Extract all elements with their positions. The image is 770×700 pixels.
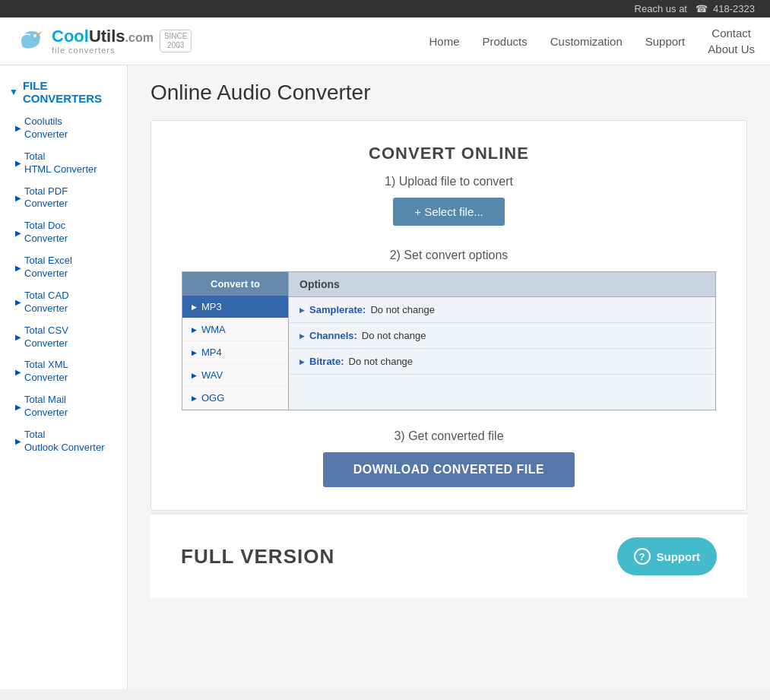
arrow-icon: ▶ [15,263,21,273]
sidebar-item-coolutils[interactable]: ▶ Coolutils Converter [0,111,127,146]
phone-number: 418-2323 [713,3,755,14]
logo-badge: SINCE 2003 [160,30,192,52]
arrow-icon: ▶ [15,158,21,168]
sidebar-item-xml[interactable]: ▶ Total XML Converter [0,354,127,389]
logo-sub: file converters [52,46,154,55]
convert-box: CONVERT ONLINE 1) Upload file to convert… [151,120,747,511]
convert-options: Convert to ▶ MP3 ▶ WMA ▶ MP4 ▶ [182,271,716,410]
play-icon: ▶ [192,372,197,379]
sidebar-item-mail[interactable]: ▶ Total Mail Converter [0,389,127,424]
sidebar-title: FILE CONVERTERS [23,79,118,105]
format-wma[interactable]: ▶ WMA [182,318,288,341]
option-samplerate[interactable]: ▶ Samplerate: Do not change [289,297,715,323]
arrow-icon: ▶ [299,332,305,340]
logo-utils: Utils [89,27,125,46]
convert-section-title: CONVERT ONLINE [182,144,716,163]
option-bitrate[interactable]: ▶ Bitrate: Do not change [289,349,715,375]
top-bar: Reach us at ☎ 418-2323 [0,0,770,17]
step3-label: 3) Get converted file [182,429,716,443]
arrow-icon: ▶ [15,123,21,133]
logo-main: CoolUtils.com [52,27,154,46]
bird-icon [15,28,46,55]
play-icon: ▶ [192,394,197,402]
format-mp4[interactable]: ▶ MP4 [182,341,288,364]
download-button[interactable]: DOWNLOAD CONVERTED FILE [323,452,575,487]
sidebar-item-outlook[interactable]: ▶ Total Outlook Converter [0,424,127,459]
format-list-header: Convert to [182,272,288,296]
support-icon: ? [634,548,651,565]
sidebar-header[interactable]: ▼ FILE CONVERTERS [0,73,127,111]
format-mp3[interactable]: ▶ MP3 [182,296,288,318]
format-ogg[interactable]: ▶ OGG [182,387,288,410]
arrow-icon: ▶ [15,332,21,342]
arrow-icon: ▶ [299,358,305,366]
sidebar: ▼ FILE CONVERTERS ▶ Coolutils Converter … [0,65,128,689]
arrow-icon: ▶ [15,297,21,307]
sidebar-item-pdf[interactable]: ▶ Total PDF Converter [0,181,127,216]
arrow-icon: ▶ [15,228,21,238]
main-layout: ▼ FILE CONVERTERS ▶ Coolutils Converter … [0,65,770,689]
chevron-down-icon: ▼ [9,87,18,97]
nav-products[interactable]: Products [483,35,528,48]
arrow-icon: ▶ [15,402,21,412]
logo-com: .com [125,31,154,44]
reach-text: Reach us at [635,3,687,14]
sidebar-item-cad[interactable]: ▶ Total CAD Converter [0,285,127,320]
play-icon: ▶ [192,303,197,311]
sidebar-item-csv[interactable]: ▶ Total CSV Converter [0,320,127,355]
sidebar-item-doc[interactable]: ▶ Total Doc Converter [0,215,127,250]
nav-contact[interactable]: Contact About Us [708,25,755,57]
select-file-button[interactable]: + Select file... [393,198,504,226]
nav-home[interactable]: Home [429,35,459,48]
nav-customization[interactable]: Customization [550,35,623,48]
logo-cool: Cool [52,27,89,46]
content-area: Online Audio Converter CONVERT ONLINE 1)… [128,65,770,689]
step1-label: 1) Upload file to convert [182,175,716,188]
sidebar-item-excel[interactable]: ▶ Total Excel Converter [0,250,127,285]
support-button[interactable]: ? Support [617,537,718,575]
sidebar-item-html[interactable]: ▶ Total HTML Converter [0,146,127,181]
page-title: Online Audio Converter [151,81,747,105]
step2-label: 2) Set convert options [182,249,716,262]
arrow-icon: ▶ [15,367,21,377]
arrow-icon: ▶ [299,306,305,314]
full-version-section: FULL VERSION ? Support [151,512,747,598]
svg-point-0 [33,34,36,37]
arrow-icon: ▶ [15,436,21,446]
arrow-icon: ▶ [15,193,21,203]
options-header: Options [289,272,715,297]
play-icon: ▶ [192,326,197,334]
logo-text: CoolUtils.com file converters [52,27,154,55]
play-icon: ▶ [192,349,197,356]
full-version-title: FULL VERSION [181,545,334,569]
nav-support[interactable]: Support [645,35,686,48]
format-wav[interactable]: ▶ WAV [182,364,288,387]
main-nav: Home Products Customization Support Cont… [429,25,755,57]
options-panel: Options ▶ Samplerate: Do not change ▶ Ch… [289,272,715,410]
format-list: Convert to ▶ MP3 ▶ WMA ▶ MP4 ▶ [182,272,289,410]
logo-area: CoolUtils.com file converters SINCE 2003 [15,27,192,55]
option-channels[interactable]: ▶ Channels: Do not change [289,323,715,349]
header: CoolUtils.com file converters SINCE 2003… [0,17,770,65]
